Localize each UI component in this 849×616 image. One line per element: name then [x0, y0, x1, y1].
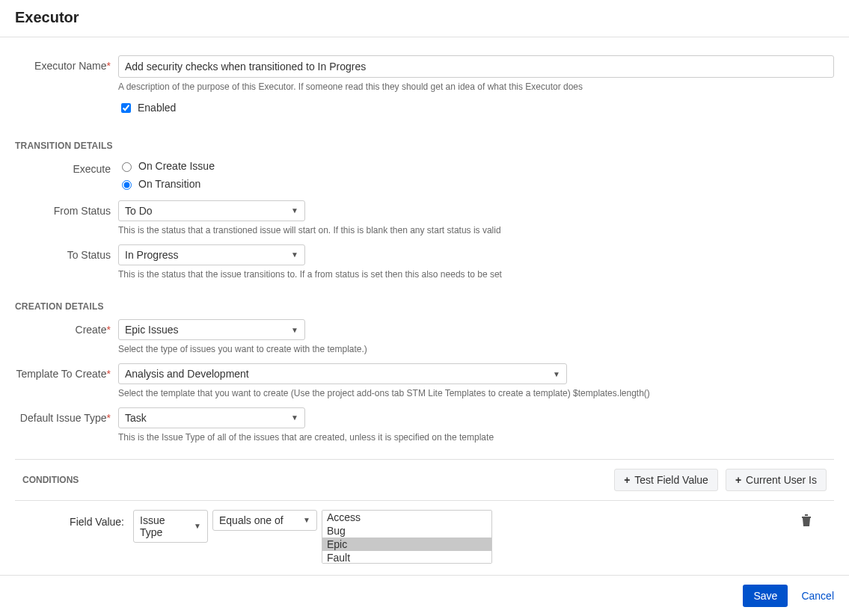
plus-icon: +	[735, 475, 741, 485]
chevron-down-icon: ▼	[291, 413, 298, 422]
listbox-option[interactable]: Epic	[322, 538, 491, 551]
listbox-option[interactable]: Fault	[322, 551, 491, 564]
field-value-label: Field Value:	[15, 510, 133, 528]
operator-select[interactable]: Equals one of ▼	[212, 510, 317, 531]
issue-type-hint: This is the Issue Type of all of the iss…	[118, 431, 834, 444]
on-create-radio[interactable]	[122, 162, 132, 172]
from-status-label: From Status	[15, 200, 118, 217]
from-status-select[interactable]: To Do ▼	[118, 200, 305, 221]
chevron-down-icon: ▼	[291, 326, 298, 334]
create-hint: Select the type of issues you want to cr…	[118, 343, 834, 356]
transition-heading: TRANSITION DETAILS	[15, 141, 834, 151]
enabled-checkbox[interactable]	[121, 103, 131, 113]
create-label: Create*	[15, 319, 118, 336]
on-transition-label: On Transition	[138, 178, 200, 190]
svg-rect-0	[802, 517, 811, 518]
dialog-header: Executor	[0, 0, 849, 37]
template-hint: Select the template that you want to cre…	[118, 387, 834, 400]
to-status-select[interactable]: In Progress ▼	[118, 244, 305, 265]
to-status-label: To Status	[15, 244, 118, 261]
plus-icon: +	[624, 475, 630, 485]
current-user-is-button[interactable]: + Current User Is	[726, 469, 827, 491]
chevron-down-icon: ▼	[303, 516, 310, 524]
required-marker: *	[107, 368, 111, 380]
conditions-heading: CONDITIONS	[15, 475, 79, 485]
to-status-hint: This is the status that the issue transi…	[118, 268, 834, 281]
enabled-label: Enabled	[138, 102, 176, 114]
required-marker: *	[107, 60, 111, 72]
dialog-title: Executor	[15, 9, 834, 26]
delete-condition-button[interactable]	[801, 510, 812, 529]
listbox-option[interactable]: Bug	[322, 524, 491, 538]
required-marker: *	[107, 412, 111, 424]
listbox-option[interactable]: Access	[322, 511, 491, 524]
field-select[interactable]: Issue Type ▼	[133, 510, 208, 543]
required-marker: *	[107, 324, 111, 336]
executor-name-label: Executor Name*	[15, 55, 118, 72]
issue-type-label: Default Issue Type*	[15, 407, 118, 424]
creation-heading: CREATION DETAILS	[15, 301, 834, 312]
chevron-down-icon: ▼	[291, 206, 298, 215]
save-button[interactable]: Save	[743, 585, 788, 607]
trash-icon	[801, 514, 812, 526]
issue-type-select[interactable]: Task ▼	[118, 407, 305, 428]
from-status-hint: This is the status that a transtioned is…	[118, 224, 834, 237]
value-listbox[interactable]: AccessBugEpicFault	[322, 510, 492, 564]
dialog-footer: Save Cancel	[0, 575, 849, 616]
chevron-down-icon: ▼	[553, 370, 560, 378]
executor-name-hint: A description of the purpose of this Exe…	[118, 81, 834, 93]
svg-rect-1	[805, 514, 808, 516]
dialog-body: Executor Name* A description of the purp…	[0, 37, 849, 575]
execute-label: Execute	[15, 158, 118, 175]
cancel-link[interactable]: Cancel	[801, 590, 834, 602]
executor-name-input[interactable]	[118, 55, 834, 78]
create-select[interactable]: Epic Issues ▼	[118, 319, 305, 340]
chevron-down-icon: ▼	[291, 250, 298, 259]
on-create-label: On Create Issue	[138, 160, 215, 172]
template-select[interactable]: Analysis and Development ▼	[118, 363, 567, 384]
on-transition-radio[interactable]	[122, 180, 132, 190]
template-label: Template To Create*	[15, 363, 118, 380]
chevron-down-icon: ▼	[194, 522, 201, 530]
test-field-value-button[interactable]: + Test Field Value	[614, 469, 718, 491]
